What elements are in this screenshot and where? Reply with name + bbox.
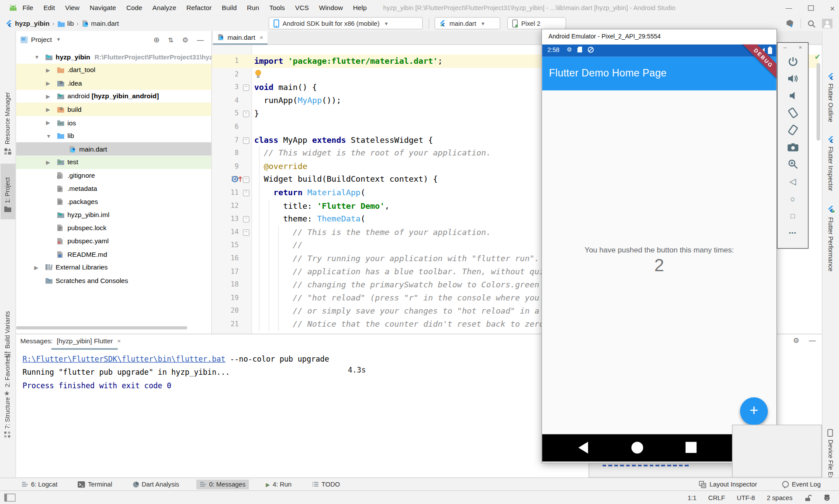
emulator-screen[interactable]: 2:58 ⚙ Flutter Demo Home Page DEBUG You … [542, 45, 776, 463]
inspection-ok-icon[interactable]: ✔ [815, 52, 821, 61]
device-selector-dropdown[interactable]: Android SDK built for x86 (mobile) ▼ [269, 17, 423, 29]
close-icon[interactable]: × [260, 34, 263, 41]
menu-item-file[interactable]: File [22, 4, 33, 12]
collapse-all-icon[interactable]: ⇅ [168, 35, 173, 43]
stripe-item-1-project[interactable]: 1: Project [4, 168, 11, 203]
rotate-left-icon[interactable] [787, 107, 799, 119]
tree-row-scratches-and-consoles[interactable]: ✎Scratches and Consoles [16, 274, 212, 287]
menu-item-refactor[interactable]: Refactor [186, 4, 211, 12]
chevron-right-icon[interactable]: ▶ [46, 80, 50, 86]
power-icon[interactable] [787, 55, 799, 67]
status-item-utf-8[interactable]: UTF-8 [737, 494, 755, 501]
android-emulator-window[interactable]: Android Emulator - Pixel_2_API_29:5554 2… [541, 29, 777, 463]
fold-marker[interactable]: − [243, 229, 250, 236]
chevron-down-icon[interactable]: ▼ [46, 133, 51, 138]
stripe-item-flutter-outline[interactable]: Flutter Outline [827, 83, 834, 122]
tree-row-packages[interactable]: .packages [16, 195, 212, 208]
close-icon[interactable]: × [117, 338, 121, 345]
hide-icon[interactable]: — [809, 336, 816, 344]
rotate-right-icon[interactable] [787, 124, 799, 136]
breadcrumb-item-main-dart[interactable]: main.dart [81, 20, 119, 27]
settings-icon[interactable]: ⚙ [793, 336, 799, 344]
tree-row-test[interactable]: ▶▶test [16, 155, 212, 169]
run-config-dropdown[interactable]: main.dart ▼ [434, 17, 500, 29]
fold-marker[interactable]: − [243, 111, 250, 117]
minimize-icon[interactable]: — [786, 4, 792, 12]
console-link-fragment[interactable] [603, 465, 691, 466]
tree-row-external-libraries[interactable]: ▶External Libraries [16, 261, 212, 274]
fab-increment-button[interactable]: + [740, 397, 768, 425]
fold-marker[interactable]: − [243, 137, 250, 144]
stripe-item-flutter-inspector[interactable]: Flutter Inspector [827, 147, 834, 191]
console-file-link[interactable]: R:\Flutter\FlutterSDK\flutter\bin\flutte… [22, 355, 225, 363]
chevron-right-icon[interactable]: ▶ [46, 159, 50, 165]
settings-icon[interactable]: ⚙ [182, 35, 188, 43]
face-icon[interactable] [824, 494, 831, 501]
fold-marker[interactable]: − [243, 85, 250, 91]
menu-item-tools[interactable]: Tools [269, 4, 285, 12]
home-icon[interactable]: ○ [787, 193, 799, 204]
stripe-item-2-favorites[interactable]: 2: Favorites [4, 357, 11, 387]
stripe-item-build-variants[interactable]: Build Variants [4, 312, 11, 349]
unlock-icon[interactable] [804, 494, 811, 501]
override-method-icon[interactable] [231, 176, 244, 183]
tool-window-button-layout-inspector[interactable]: Layout Inspector [696, 480, 760, 489]
menu-item-view[interactable]: View [65, 4, 80, 12]
status-item-2-spaces[interactable]: 2 spaces [767, 494, 793, 501]
locate-icon[interactable]: ⊕ [153, 35, 159, 44]
nav-home-icon[interactable] [631, 441, 644, 454]
back-icon[interactable]: ◁ [787, 176, 799, 187]
minimize-icon[interactable]: – [784, 44, 787, 50]
tool-window-button-dart-analysis[interactable]: Dart Analysis [129, 480, 182, 489]
menu-item-build[interactable]: Build [222, 4, 237, 12]
status-item-1-1[interactable]: 1:1 [687, 494, 696, 501]
running-device-button[interactable]: Pixel 2 [507, 17, 566, 29]
close-icon[interactable]: × [799, 44, 802, 50]
chevron-right-icon[interactable]: ▶ [46, 107, 50, 112]
menu-item-window[interactable]: Window [319, 4, 343, 12]
tree-row-hyzp-yibin-iml[interactable]: hyzp_yibin.iml [16, 208, 212, 222]
menu-item-run[interactable]: Run [247, 4, 259, 12]
tool-window-switcher-icon[interactable] [4, 494, 16, 501]
tree-row-dart-tool[interactable]: ▶.dart_tool [16, 63, 212, 77]
fold-marker[interactable]: − [243, 216, 250, 223]
screenshot-icon[interactable] [787, 141, 799, 153]
menu-item-analyze[interactable]: Analyze [153, 4, 176, 12]
tree-row-main-dart[interactable]: main.dart [16, 142, 212, 156]
tree-row-metadata[interactable]: .metadata [16, 182, 212, 195]
tree-row-hyzp-yibin[interactable]: ▼hyzp_yibinR:\FlutterProject\FlutterProj… [16, 50, 212, 64]
tree-row-build[interactable]: ▶⚙build [16, 103, 212, 117]
volume-up-icon[interactable] [787, 73, 799, 85]
avatar[interactable] [822, 19, 832, 28]
stripe-item-flutter-performance[interactable]: Flutter Performance [827, 217, 834, 271]
tree-row-readme-md[interactable]: README.md [16, 248, 212, 261]
overview-icon[interactable]: □ [787, 210, 799, 221]
tree-row-lib[interactable]: ▼lib [16, 129, 212, 143]
menu-item-help[interactable]: Help [353, 4, 367, 12]
build-cube-icon[interactable] [786, 19, 794, 28]
search-icon[interactable] [808, 20, 815, 28]
volume-down-icon[interactable] [787, 90, 799, 102]
tool-window-button-4-run[interactable]: ▶4: Run [263, 480, 295, 489]
menu-item-navigate[interactable]: Navigate [90, 4, 116, 12]
stripe-item-7-structure[interactable]: 7: Structure [4, 398, 11, 429]
stripe-item-resource-manager[interactable]: Resource Manager [4, 77, 11, 144]
status-item-crlf[interactable]: CRLF [708, 494, 725, 501]
tool-window-button-terminal[interactable]: Terminal [75, 480, 116, 489]
tree-row-ios[interactable]: ▶•••ios [16, 116, 212, 130]
emulator-title-bar[interactable]: Android Emulator - Pixel_2_API_29:5554 [542, 29, 776, 44]
tree-row-pubspec-lock[interactable]: pubspec.lock [16, 221, 212, 235]
tool-window-button-0-messages[interactable]: 0: Messages [196, 480, 249, 489]
tab-main-dart[interactable]: main.dart × [213, 31, 267, 45]
chevron-down-icon[interactable]: ▼ [34, 54, 39, 60]
chevron-right-icon[interactable]: ▶ [46, 93, 50, 99]
chevron-right-icon[interactable]: ▶ [46, 67, 50, 73]
intention-bulb-icon[interactable] [255, 69, 262, 78]
tree-row-idea[interactable]: ▶⚙.idea [16, 76, 212, 90]
tool-window-button-todo[interactable]: TODO [309, 480, 343, 489]
nav-back-icon[interactable] [577, 441, 589, 454]
more-icon[interactable]: ••• [787, 227, 799, 238]
tree-row-pubspec-yaml[interactable]: pubspec.yaml [16, 235, 212, 248]
hide-icon[interactable]: — [197, 35, 204, 43]
breadcrumb-item-lib[interactable]: lib [57, 20, 74, 27]
